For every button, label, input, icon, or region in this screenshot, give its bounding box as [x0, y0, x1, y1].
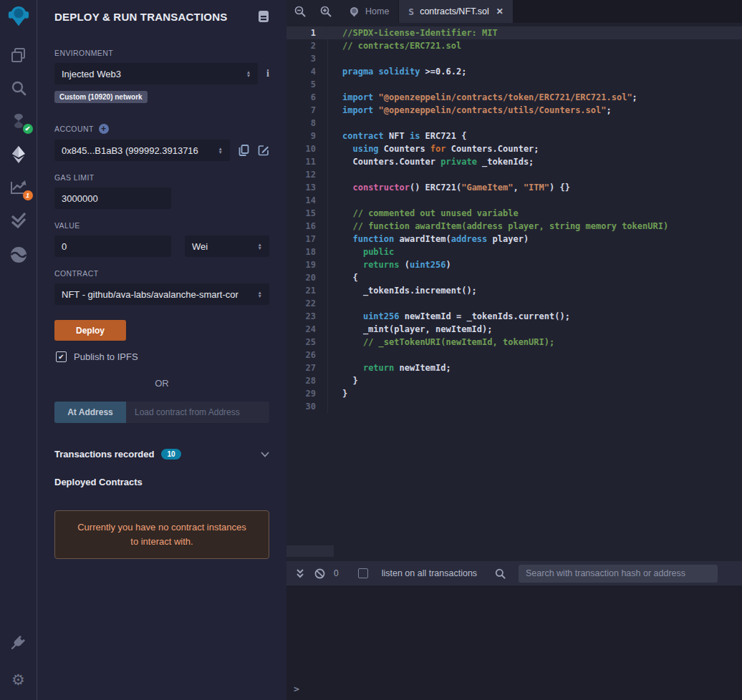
file-explorer-icon[interactable]	[8, 44, 29, 66]
code-line: 14	[286, 194, 742, 207]
documentation-book-icon[interactable]	[258, 10, 269, 23]
code-line: 25 // _setTokenURI(newItemId, tokenURI);	[286, 336, 742, 349]
line-number: 16	[286, 220, 328, 233]
at-address-button[interactable]: At Address	[54, 402, 126, 423]
transactions-recorded-label: Transactions recorded	[54, 449, 154, 460]
solidity-file-icon: S	[408, 6, 414, 17]
close-tab-icon[interactable]: ✕	[496, 6, 504, 16]
copy-account-icon[interactable]	[238, 145, 249, 156]
tab-home[interactable]: Home	[339, 0, 399, 23]
line-number: 20	[286, 271, 328, 284]
at-address-input[interactable]	[126, 402, 269, 423]
line-number: 24	[286, 323, 328, 336]
contract-section: CONTRACT NFT - github/ava-labs/avalanche…	[54, 269, 269, 305]
unit-testing-icon[interactable]	[8, 210, 29, 231]
line-number: 8	[286, 117, 328, 130]
code-line: 30	[286, 400, 742, 413]
environment-info-icon[interactable]: i	[266, 68, 269, 79]
or-divider: OR	[54, 378, 269, 389]
environment-value: Injected Web3	[62, 69, 121, 79]
code-line: 3	[286, 52, 742, 65]
remix-logo	[8, 4, 29, 29]
main-area: Home S contracts/NFT.sol ✕ 1//SPDX-Licen…	[286, 0, 742, 700]
terminal-output[interactable]: >	[286, 585, 742, 700]
contract-select[interactable]: NFT - github/ava-labs/avalanche-smart-co…	[54, 283, 269, 305]
code-line: 18 public	[286, 246, 742, 258]
line-number: 29	[286, 387, 328, 400]
line-number: 7	[286, 104, 328, 117]
select-arrows-icon: ▲▼	[218, 147, 223, 155]
line-number: 3	[286, 52, 328, 65]
line-number: 26	[286, 349, 328, 361]
add-account-icon[interactable]: +	[99, 124, 109, 134]
deploy-run-icon[interactable]	[8, 144, 29, 165]
clear-console-icon[interactable]	[313, 568, 326, 579]
account-select[interactable]: 0x845...B1aB3 (999992.3913716 ▲▼	[54, 140, 230, 161]
code-line: 2// contracts/ERC721.sol	[286, 39, 742, 52]
code-line: 17 function awardItem(address player)	[286, 233, 742, 246]
line-number: 2	[286, 39, 328, 52]
line-number: 19	[286, 258, 328, 271]
environment-select[interactable]: Injected Web3 ▲▼	[54, 63, 258, 84]
gas-limit-label: GAS LIMIT	[54, 173, 269, 182]
home-remix-icon	[349, 6, 360, 17]
remix-ide-window: ✔ 1 ⚙ DEPLOY & RUN TRANSACTIONS	[0, 0, 742, 700]
code-line: 22	[286, 297, 742, 310]
value-unit-select[interactable]: Wei ▲▼	[185, 235, 269, 257]
deployed-contracts-label: Deployed Contracts	[54, 477, 269, 487]
value-input[interactable]: 0	[54, 235, 171, 257]
select-arrows-icon: ▲▼	[258, 291, 262, 298]
code-line: 16 // function awardItem(address player,…	[286, 220, 742, 233]
static-analysis-icon[interactable]: 1	[8, 177, 29, 198]
horizontal-scrollbar-thumb[interactable]	[286, 545, 334, 557]
transactions-recorded-row[interactable]: Transactions recorded 10	[54, 449, 269, 460]
tab-nft-sol[interactable]: S contracts/NFT.sol ✕	[399, 0, 513, 23]
publish-ipfs-checkbox[interactable]	[56, 351, 67, 362]
settings-gear-icon[interactable]: ⚙	[8, 669, 29, 690]
solidity-compiler-icon[interactable]: ✔	[8, 110, 29, 132]
analysis-count-badge: 1	[23, 190, 33, 200]
edit-account-icon[interactable]	[258, 145, 269, 156]
code-line: 1//SPDX-License-Identifier: MIT	[286, 26, 742, 39]
listen-transactions-label: listen on all transactions	[382, 568, 477, 578]
chevron-down-icon[interactable]	[261, 452, 269, 457]
line-number: 10	[286, 142, 328, 155]
listen-transactions-checkbox[interactable]	[358, 568, 368, 578]
zoom-in-icon[interactable]	[317, 2, 335, 21]
value-section: VALUE 0 Wei ▲▼	[54, 221, 269, 257]
line-number: 12	[286, 168, 328, 181]
gas-limit-input[interactable]: 3000000	[54, 188, 171, 209]
line-number: 1	[286, 26, 328, 39]
code-line: 15 // commented out unused variable	[286, 207, 742, 220]
search-icon[interactable]	[8, 77, 29, 99]
expand-terminal-icon[interactable]	[294, 568, 307, 578]
line-number: 28	[286, 374, 328, 387]
line-number: 25	[286, 336, 328, 349]
code-line: 20 {	[286, 271, 742, 284]
network-badge: Custom (10920) network	[54, 91, 148, 103]
deploy-button[interactable]: Deploy	[54, 320, 126, 341]
line-number: 22	[286, 297, 328, 310]
plugin-manager-icon[interactable]	[8, 631, 29, 653]
line-number: 30	[286, 400, 328, 413]
code-line: 7import "@openzeppelin/contracts/utils/C…	[286, 104, 742, 117]
code-line: 26	[286, 349, 742, 361]
pending-tx-count: 0	[334, 568, 339, 578]
line-number: 17	[286, 233, 328, 246]
contract-label: CONTRACT	[54, 269, 269, 278]
line-number: 21	[286, 284, 328, 297]
environment-label: ENVIRONMENT	[54, 49, 269, 57]
code-line: 10 using Counters for Counters.Counter;	[286, 142, 742, 155]
code-lines: 1//SPDX-License-Identifier: MIT2// contr…	[286, 26, 742, 413]
remix-logo-icon[interactable]	[8, 6, 29, 27]
zoom-out-icon[interactable]	[291, 2, 309, 21]
code-editor[interactable]: 1//SPDX-License-Identifier: MIT2// contr…	[286, 23, 742, 561]
terminal-search-input[interactable]	[519, 565, 718, 583]
select-arrows-icon: ▲▼	[258, 243, 262, 251]
code-line: 21 _tokenIds.increment();	[286, 284, 742, 297]
code-line: 28 }	[286, 374, 742, 387]
sourcify-plugin-icon[interactable]	[8, 244, 29, 266]
code-line: 5	[286, 78, 742, 91]
code-line: 6import "@openzeppelin/contracts/token/E…	[286, 91, 742, 104]
line-number: 13	[286, 181, 328, 194]
